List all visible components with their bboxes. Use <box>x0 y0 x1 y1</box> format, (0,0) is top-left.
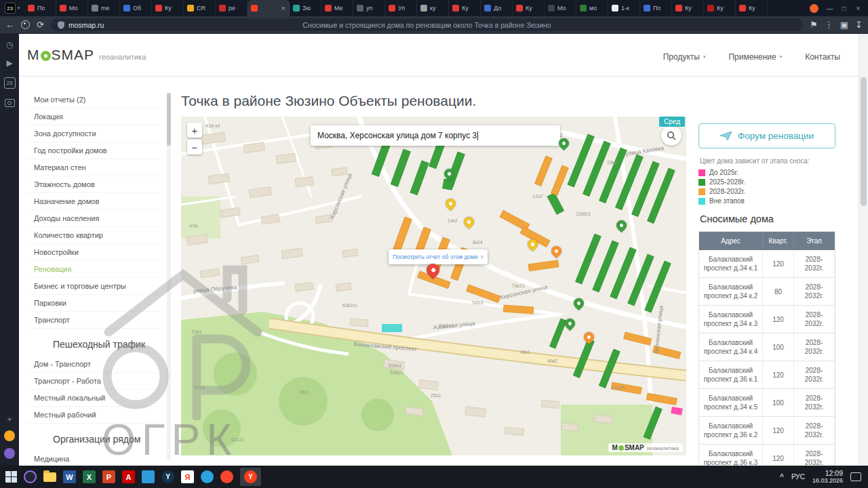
table-row[interactable]: Балаклавский проспект д.34 к.2802028-203… <box>699 278 835 306</box>
sidebar-item[interactable]: Местный рабочий <box>27 407 160 424</box>
powerpoint-button[interactable]: P <box>102 470 115 483</box>
tray-chevron-icon[interactable]: ^ <box>780 473 784 481</box>
sidebar-item[interactable]: Местный локальный <box>27 390 160 407</box>
sidebar-item[interactable]: Новостройки <box>27 244 160 261</box>
bookmark-flag-icon[interactable]: ⚑ <box>810 20 818 30</box>
yandex-browser-button[interactable]: Y <box>244 470 257 483</box>
maximize-button[interactable]: □ <box>837 5 851 12</box>
sidebar-item[interactable]: Транспорт - Работа <box>27 373 160 390</box>
browser-tab[interactable]: ре <box>216 0 248 16</box>
yandex-app-button[interactable]: Y <box>161 470 174 483</box>
nav-item-контакты[interactable]: Контакты <box>805 52 840 62</box>
screenshot-icon[interactable] <box>5 99 15 107</box>
profile-icon[interactable] <box>21 20 30 29</box>
browser-scrollbar[interactable] <box>859 34 868 466</box>
table-row[interactable]: Балаклавский проспект д.36 к.21202028-20… <box>699 417 835 445</box>
zoom-out-button[interactable]: − <box>187 140 202 155</box>
table-row[interactable]: Балаклавский проспект д.34 к.31202028-20… <box>699 306 835 333</box>
sidebar-item[interactable]: Медицина <box>27 451 160 466</box>
menu-dots-icon[interactable]: ⋮ <box>825 20 833 30</box>
browser-tab[interactable]: Ул <box>385 0 417 16</box>
browser-tab[interactable]: Ку <box>736 0 768 16</box>
browser-scrollbar-thumb[interactable] <box>861 77 867 206</box>
play-icon[interactable]: ▶ <box>6 59 12 67</box>
search-button[interactable] <box>661 125 682 146</box>
site-logo[interactable]: M SMAP геоаналитика <box>27 47 146 63</box>
sidebar-item[interactable]: Мои отчеты (2) <box>27 92 160 108</box>
sidebar-item[interactable]: Количество квартир <box>27 227 160 244</box>
map[interactable]: улица КаховкаХерсонская улицаХерсонская … <box>181 117 686 455</box>
browser-tab[interactable]: Зю <box>290 0 321 16</box>
messenger-app-icon[interactable] <box>4 448 15 459</box>
calendar-icon[interactable]: 23 <box>4 77 16 89</box>
tab-close-icon[interactable]: × <box>281 4 285 12</box>
page-scrollbar-thumb[interactable] <box>167 93 171 146</box>
browser-tab[interactable]: По <box>24 0 56 16</box>
sidebar-item[interactable]: Реновация <box>27 261 160 278</box>
excel-button[interactable]: X <box>83 470 96 483</box>
messenger-button[interactable] <box>201 470 214 483</box>
download-icon[interactable]: ↧ <box>855 20 863 30</box>
sidebar-item[interactable]: Парковки <box>27 295 160 312</box>
page-scrollbar[interactable] <box>167 93 171 460</box>
minimize-button[interactable]: — <box>823 5 837 12</box>
sidebar-item[interactable]: Назначение домов <box>27 193 160 210</box>
music-app-icon[interactable] <box>4 430 15 441</box>
browser-tab[interactable]: Ме <box>321 0 353 16</box>
sidebar-item[interactable]: Этажность домов <box>27 176 160 193</box>
browser-tab[interactable]: Ку <box>449 0 481 16</box>
start-button[interactable] <box>5 471 17 483</box>
browser-tab[interactable]: ку <box>417 0 449 16</box>
browser-tab[interactable]: По <box>640 0 672 16</box>
browser-tab[interactable]: me <box>88 0 120 16</box>
browser-tab[interactable]: уп <box>353 0 385 16</box>
table-row[interactable]: Балаклавский проспект д.34 к.41002028-20… <box>699 333 835 361</box>
acrobat-button[interactable]: A <box>122 470 135 483</box>
table-row[interactable]: Балаклавский проспект д.36 к.11202028-20… <box>699 361 835 389</box>
sidebar-item[interactable]: Год постройки домов <box>27 142 160 159</box>
app-teal-button[interactable] <box>142 470 155 483</box>
popup-link[interactable]: Посмотреть отчет об этом доме <box>393 253 478 260</box>
media-app-button[interactable] <box>220 470 233 483</box>
browser-tab[interactable]: CR <box>184 0 216 16</box>
popup-close-icon[interactable]: × <box>480 253 484 261</box>
close-button[interactable]: × <box>851 5 865 12</box>
table-row[interactable]: Балаклавский проспект д.34 к.11202028-20… <box>699 250 835 278</box>
zoom-in-button[interactable]: + <box>187 123 202 138</box>
address-bar[interactable]: mosmap.ru Сносимые и строящиеся дома по … <box>51 18 803 31</box>
map-search-input[interactable]: Москва, Херсонская улица дом 7 корпус 3 <box>311 125 560 146</box>
taskbar-clock[interactable]: 12:09 16.03.2026 <box>812 469 843 485</box>
reload-icon[interactable]: ⟳ <box>37 20 44 30</box>
sidebar-item[interactable]: Локация <box>27 108 160 125</box>
browser-tab[interactable]: Ку <box>152 0 184 16</box>
file-explorer-button[interactable] <box>43 472 56 482</box>
browser-tab-active[interactable]: × <box>248 0 290 16</box>
nav-item-применение[interactable]: Применение▾ <box>728 52 782 62</box>
table-row[interactable]: Балаклавский проспект д.36 к.31202028-20… <box>699 445 835 466</box>
nav-item-продукты[interactable]: Продукты▾ <box>663 52 706 62</box>
browser-tab[interactable]: Об <box>120 0 152 16</box>
sidebar-item[interactable]: Бизнес и торговые центры <box>27 278 160 295</box>
browser-tab[interactable]: Ку <box>513 0 545 16</box>
collections-icon[interactable]: ▣ <box>840 20 848 30</box>
sidebar-item[interactable]: Транспорт <box>27 312 160 329</box>
browser-tab[interactable]: мо <box>576 0 608 16</box>
history-icon[interactable]: ◷ <box>6 41 13 49</box>
sidebar-item[interactable]: Материал стен <box>27 159 160 176</box>
browser-tab[interactable]: 1-к <box>608 0 640 16</box>
language-indicator[interactable]: РУС <box>791 473 805 481</box>
profile-avatar[interactable] <box>810 4 818 13</box>
word-button[interactable]: W <box>63 470 76 483</box>
plus-icon[interactable]: + <box>7 415 12 424</box>
map-mode-chip[interactable]: Сред <box>659 117 685 127</box>
browser-tab[interactable]: Ку <box>704 0 736 16</box>
sidebar-item[interactable]: Доходы населения <box>27 210 160 227</box>
browser-tab[interactable]: Ку <box>672 0 704 16</box>
forum-button[interactable]: Форум реновации <box>698 123 835 148</box>
browser-tab[interactable]: Мо <box>56 0 88 16</box>
notification-center-icon[interactable] <box>850 472 861 481</box>
back-icon[interactable]: ← <box>5 20 14 30</box>
table-row[interactable]: Балаклавский проспект д.34 к.51002028-20… <box>699 389 835 417</box>
map-popup[interactable]: Посмотреть отчет об этом доме × <box>389 249 488 264</box>
browser-tab[interactable]: Мо <box>545 0 576 16</box>
